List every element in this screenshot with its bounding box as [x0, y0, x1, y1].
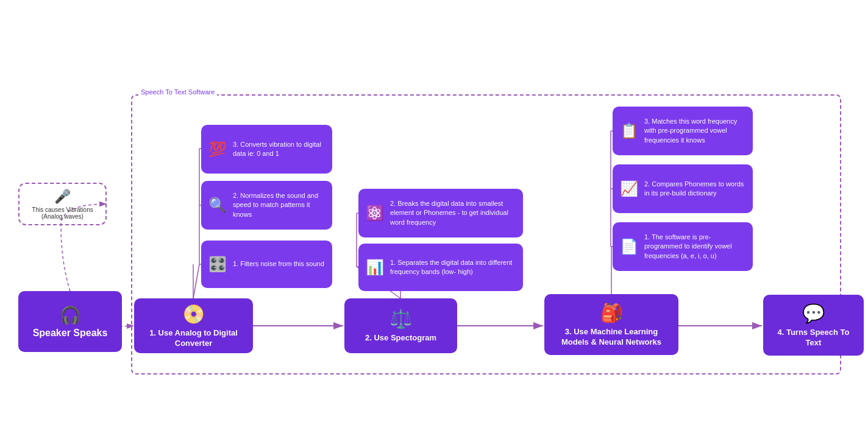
diagram-container: Speech To Text Software: [0, 0, 868, 422]
preprogrammed-icon: 📄: [620, 238, 638, 255]
matches-text: 3. Matches this word frequency with pre-…: [644, 117, 745, 145]
separates-icon: 📊: [366, 259, 384, 276]
spectogram-box: ⚖️ 2. Use Spectogram: [344, 298, 457, 353]
speaker-label: Speaker Speaks: [33, 328, 108, 339]
ml-box: 🎒 3. Use Machine Learning Models & Neura…: [544, 294, 678, 355]
speaker-icon: 🎧: [60, 305, 81, 325]
breaks-icon: ⚛️: [366, 205, 384, 222]
matches-icon: 📋: [620, 122, 638, 139]
analog-label: 1. Use Analog to Digital Converter: [140, 328, 247, 349]
ml-label: 3. Use Machine Learning Models & Neural …: [550, 327, 672, 348]
sub-compares-box: 📈 2. Compares Phonemes to words in its p…: [613, 164, 753, 213]
compares-text: 2. Compares Phonemes to words in its pre…: [644, 180, 745, 199]
normalizes-icon: 🔍: [208, 197, 227, 214]
spectogram-label: 2. Use Spectogram: [365, 333, 436, 343]
sub-converts-box: 💯 3. Converts vibration to digital data …: [201, 125, 332, 174]
sub-breaks-box: ⚛️ 2. Breaks the digital data into small…: [358, 189, 523, 237]
sub-normalizes-box: 🔍 2. Normalizes the sound and speed to m…: [201, 181, 332, 230]
converts-icon: 💯: [208, 141, 227, 158]
preprogrammed-text: 1. The software is pre-programmed to ide…: [644, 233, 745, 261]
speech-icon: 💬: [802, 303, 825, 324]
vibrations-box: 🎤 This causes Vibrations(Analog waves): [18, 183, 107, 225]
speaker-box: 🎧 Speaker Speaks: [18, 291, 122, 352]
speech-to-text-box: 💬 4. Turns Speech To Text: [763, 295, 864, 356]
analog-icon: 📀: [182, 303, 205, 325]
vibrations-text: This causes Vibrations(Analog waves): [32, 206, 93, 220]
sub-filters-box: 🎛️ 1. Filters noise from this sound: [201, 241, 332, 288]
group-label: Speech To Text Software: [138, 88, 217, 96]
vibrations-icon: 🎤: [54, 189, 71, 205]
filters-text: 1. Filters noise from this sound: [233, 259, 324, 269]
compares-icon: 📈: [620, 180, 638, 197]
sub-separates-box: 📊 1. Separates the digital data into dif…: [358, 244, 523, 291]
analog-converter-box: 📀 1. Use Analog to Digital Converter: [134, 298, 253, 353]
separates-text: 1. Separates the digital data into diffe…: [390, 258, 516, 277]
speech-label: 4. Turns Speech To Text: [769, 328, 858, 348]
converts-text: 3. Converts vibration to digital data ie…: [233, 140, 325, 159]
sub-preprogrammed-box: 📄 1. The software is pre-programmed to i…: [613, 222, 753, 271]
spectogram-icon: ⚖️: [390, 308, 412, 329]
normalizes-text: 2. Normalizes the sound and speed to mat…: [233, 191, 325, 219]
sub-matches-box: 📋 3. Matches this word frequency with pr…: [613, 107, 753, 155]
filters-icon: 🎛️: [208, 256, 227, 273]
breaks-text: 2. Breaks the digital data into smallest…: [390, 199, 516, 227]
ml-icon: 🎒: [600, 302, 623, 323]
